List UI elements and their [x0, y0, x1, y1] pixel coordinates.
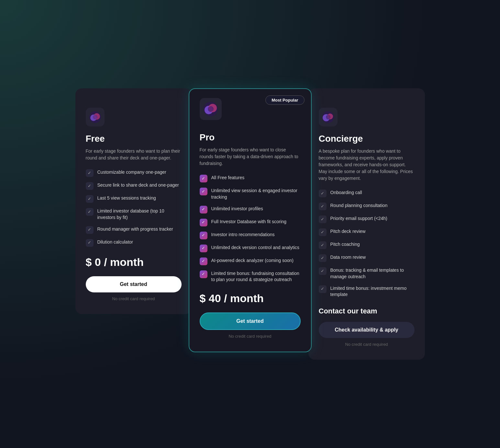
feature-text: Pitch deck review [330, 228, 366, 235]
list-item: ✓ Priority email support (<24h) [319, 215, 415, 223]
feature-text: Investor intro recommendations [211, 232, 275, 238]
list-item: ✓ Secure link to share deck and one-page… [86, 182, 182, 190]
list-item: ✓ Limited time bonus: fundraising consul… [200, 270, 301, 283]
feature-text: Limited investor database (top 10 invest… [97, 208, 182, 221]
free-plan-card: Free For early stage founders who want t… [75, 88, 192, 314]
check-icon: ✓ [200, 175, 207, 182]
free-no-credit: No credit card required [86, 296, 182, 301]
free-plan-name: Free [86, 134, 182, 144]
pro-get-started-button[interactable]: Get started [200, 312, 301, 330]
concierge-logo-icon [319, 108, 338, 126]
check-icon: ✓ [200, 206, 207, 213]
list-item: ✓ Investor intro recommendations [200, 232, 301, 239]
most-popular-badge: Most Popular [265, 95, 304, 105]
svg-point-3 [93, 115, 97, 119]
check-icon: ✓ [86, 169, 94, 177]
feature-text: Limited time bonus: investment memo temp… [330, 285, 415, 298]
feature-text: AI-powered deck analyzer (coming soon) [211, 257, 294, 264]
contact-title: Contact our team [319, 307, 415, 315]
feature-text: Secure link to share deck and one-pager [97, 182, 179, 189]
concierge-plan-name: Concierge [319, 134, 415, 144]
check-icon: ✓ [319, 267, 327, 275]
pro-header-row: Most Popular [200, 98, 301, 127]
check-icon: ✓ [86, 182, 94, 190]
check-icon: ✓ [200, 219, 207, 226]
list-item: ✓ Dilution calculator [86, 239, 182, 247]
list-item: ✓ Last 5 view sessions tracking [86, 195, 182, 203]
feature-text: Round planning consultation [330, 202, 388, 209]
check-icon: ✓ [200, 270, 207, 278]
pro-no-credit: No credit card required [200, 334, 301, 339]
free-plan-desc: For early stage founders who want to pla… [86, 148, 182, 161]
check-icon: ✓ [200, 245, 207, 252]
feature-text: All Free features [211, 175, 245, 181]
feature-text: Data room review [330, 254, 366, 261]
check-icon: ✓ [200, 188, 207, 195]
pro-plan-name: Pro [200, 132, 301, 143]
list-item: ✓ Limited time bonus: investment memo te… [319, 285, 415, 298]
free-features-list: ✓ Customizable company one-pager ✓ Secur… [86, 169, 182, 246]
svg-point-7 [208, 106, 214, 112]
pro-logo-icon [200, 98, 222, 120]
concierge-no-credit: No credit card required [319, 342, 415, 347]
list-item: ✓ Full Investor Database with fit scorin… [200, 219, 301, 226]
pro-price: $ 40 / month [200, 292, 301, 305]
check-icon: ✓ [319, 285, 327, 293]
feature-text: Round manager with progress tracker [97, 226, 173, 233]
check-icon: ✓ [86, 239, 94, 247]
concierge-apply-button[interactable]: Check availability & apply [319, 322, 415, 338]
pro-features-list: ✓ All Free features ✓ Unlimited view ses… [200, 175, 301, 283]
feature-text: Pitch coaching [330, 241, 360, 248]
list-item: ✓ AI-powered deck analyzer (coming soon) [200, 257, 301, 265]
list-item: ✓ Unlimited investor profiles [200, 206, 301, 213]
feature-text: Bonus: tracking & email templates to man… [330, 267, 415, 280]
list-item: ✓ Limited investor database (top 10 inve… [86, 208, 182, 221]
concierge-plan-card: Concierge A bespoke plan for founders wh… [308, 88, 425, 359]
feature-text: Onboarding call [330, 190, 362, 196]
check-icon: ✓ [319, 228, 327, 236]
list-item: ✓ Customizable company one-pager [86, 169, 182, 177]
list-item: ✓ Unlimited deck version control and ana… [200, 245, 301, 252]
check-icon: ✓ [319, 202, 327, 210]
feature-text: Dilution calculator [97, 239, 133, 246]
free-logo-icon [86, 108, 105, 126]
feature-text: Unlimited investor profiles [211, 206, 263, 212]
feature-text: Full Investor Database with fit scoring [211, 219, 287, 225]
list-item: ✓ All Free features [200, 175, 301, 182]
check-icon: ✓ [86, 226, 94, 234]
list-item: ✓ Data room review [319, 254, 415, 262]
list-item: ✓ Pitch coaching [319, 241, 415, 249]
list-item: ✓ Round planning consultation [319, 202, 415, 210]
free-get-started-button[interactable]: Get started [86, 276, 182, 292]
feature-text: Last 5 view sessions tracking [97, 195, 156, 202]
list-item: ✓ Bonus: tracking & email templates to m… [319, 267, 415, 280]
check-icon: ✓ [86, 208, 94, 216]
pro-plan-desc: For early stage founders who want to clo… [200, 147, 301, 167]
concierge-features-list: ✓ Onboarding call ✓ Round planning consu… [319, 190, 415, 298]
free-price: $ 0 / month [86, 256, 182, 268]
concierge-plan-desc: A bespoke plan for founders who want to … [319, 148, 415, 182]
feature-text: Priority email support (<24h) [330, 215, 387, 222]
check-icon: ✓ [319, 190, 327, 197]
feature-text: Limited time bonus: fundraising consulta… [211, 270, 301, 283]
pro-plan-card: Most Popular Pro For early stage founder… [189, 88, 312, 352]
check-icon: ✓ [319, 215, 327, 223]
list-item: ✓ Round manager with progress tracker [86, 226, 182, 234]
feature-text: Unlimited deck version control and analy… [211, 245, 299, 251]
list-item: ✓ Unlimited view session & engaged inves… [200, 188, 301, 200]
check-icon: ✓ [319, 241, 327, 249]
feature-text: Unlimited view session & engaged investo… [211, 188, 301, 200]
list-item: ✓ Onboarding call [319, 190, 415, 197]
check-icon: ✓ [86, 195, 94, 203]
check-icon: ✓ [200, 257, 207, 265]
feature-text: Customizable company one-pager [97, 169, 166, 176]
list-item: ✓ Pitch deck review [319, 228, 415, 236]
pricing-container: Free For early stage founders who want t… [56, 88, 444, 359]
check-icon: ✓ [200, 232, 207, 239]
svg-point-11 [326, 115, 330, 119]
check-icon: ✓ [319, 254, 327, 262]
